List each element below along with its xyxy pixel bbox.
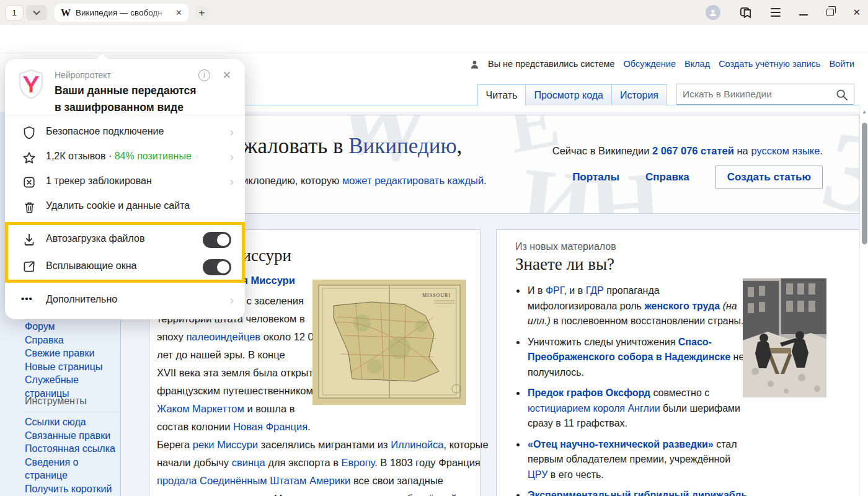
user-icon [470, 60, 479, 69]
popup-app-name: Нейропротект [55, 70, 111, 80]
sidebar-tool-link[interactable]: Постоянная ссылка [25, 442, 119, 456]
browser-tab-wikipedia[interactable]: W Википедия — свободн ✕ [55, 4, 188, 22]
chevron-right-icon: › [230, 150, 234, 164]
sidebar-tool-link[interactable]: Связанные правки [25, 429, 119, 443]
menu-icon[interactable] [771, 8, 781, 17]
scrollbar-thumb[interactable] [862, 123, 867, 244]
sidebar-link[interactable]: Форум [25, 320, 119, 334]
menu-item-reviews[interactable]: 1,2К отзывов · 84% позитивные › [5, 145, 245, 170]
tab-history[interactable]: История [611, 84, 667, 105]
portals-link[interactable]: Порталы [572, 171, 619, 184]
popups-toggle[interactable] [203, 259, 231, 275]
tab-read[interactable]: Читать [477, 84, 526, 106]
setting-auto-download: Автозагрузка файлов [8, 226, 242, 253]
download-icon [23, 233, 35, 246]
person-icon [709, 8, 717, 17]
dyk-item: И в ФРГ, и в ГДР пропаганда мифологизиро… [526, 283, 751, 329]
article-line: начали добычу свинца для экспорта в Евро… [157, 454, 476, 472]
divider [5, 115, 245, 115]
positive-percent: 84% позитивные [115, 151, 192, 161]
dyk-item: Уничтожить следы уничтожения Спасо-Преоб… [526, 335, 751, 381]
edit-anyone-link[interactable]: может редактировать каждый [342, 175, 484, 186]
wikipedia-favicon: W [61, 7, 71, 19]
minimize-button[interactable] [799, 14, 808, 16]
svg-text:MISSOURI: MISSOURI [422, 293, 451, 298]
sidebar-tool-link[interactable]: Ссылки сюда [25, 415, 119, 429]
menu-item-clear-cookies[interactable]: Удалить cookie и данные сайта [5, 195, 245, 219]
info-icon[interactable]: i [198, 69, 210, 81]
link-discussion[interactable]: Обсуждение [623, 59, 675, 69]
setting-popups: Всплывающие окна [8, 253, 242, 280]
menu-item-more[interactable]: ••• Дополнительно › [5, 288, 245, 313]
menu-item-label: Удалить cookie и данные сайта [46, 200, 190, 211]
menu-item-label: 1 трекер заблокирован [46, 175, 152, 187]
wiki-search-input[interactable] [676, 84, 854, 104]
missouri-map-image[interactable]: MISSOURI [312, 280, 466, 405]
dyk-title: Знаете ли вы? [515, 255, 614, 274]
sidebar-link[interactable]: Справка [25, 334, 119, 347]
popup-close-icon[interactable]: ✕ [223, 69, 231, 82]
ellipsis-icon: ••• [21, 293, 33, 304]
protect-popup: Нейропротект Ваши данные передаютсяв заш… [5, 59, 245, 319]
sidebar-nav: ФорумСправкаСвежие правкиНовые страницыС… [25, 320, 119, 400]
did-you-know-box: Из новых материалов Знаете ли вы? И в ФР… [496, 229, 862, 496]
sidebar-tool-link[interactable]: Получить короткий URL [25, 482, 119, 496]
tab-counter-button[interactable]: 1 [5, 5, 24, 20]
star-icon [22, 151, 36, 164]
side-panel-icon[interactable] [739, 6, 752, 19]
trash-icon [24, 201, 35, 214]
link-contributions[interactable]: Вклад [684, 59, 710, 69]
search-icon[interactable] [836, 89, 848, 101]
auto-download-toggle[interactable] [203, 232, 231, 248]
menu-item-label: 1,2К отзывов · 84% позитивные [46, 151, 192, 162]
personal-tools: Вы не представились системе Обсуждение В… [470, 59, 854, 69]
restore-window-button[interactable] [826, 9, 834, 16]
dyk-kicker: Из новых материалов [515, 241, 616, 252]
highlight-frame: Автозагрузка файлов Всплывающие окна [5, 222, 245, 283]
tab-close-icon[interactable]: ✕ [175, 8, 182, 17]
article-line: владения, и территория Миссури стала час… [157, 490, 476, 496]
popup-title: Ваши данные передаютсяв зашифрованном ви… [55, 82, 196, 116]
setting-label: Всплывающие окна [46, 260, 136, 272]
menu-item-secure-connection[interactable]: Безопасное подключение › [5, 120, 245, 145]
article-line: состав колонии Новая Франция. [157, 418, 476, 436]
sidebar-link[interactable]: Новые страницы [25, 360, 119, 374]
chevron-right-icon: › [230, 125, 234, 139]
browser-toolbar: Я https://ru.wikipedia.org/wiki/Заглавна… [0, 25, 868, 53]
dyk-item: Экспериментальный гибридный дирижабль (н… [526, 488, 751, 496]
page-tabs-row: Читать Просмотр кода История [478, 84, 855, 105]
help-link[interactable]: Справка [645, 171, 689, 184]
article-count-line: Сейчас в Википедии 2 067 076 статей на р… [552, 145, 823, 157]
tracker-blocked-icon [23, 176, 35, 188]
rubble-women-photo[interactable] [743, 278, 826, 397]
russian-language-link[interactable]: русском языке [751, 145, 820, 156]
wiki-search-box[interactable] [676, 84, 854, 105]
sidebar-tools-header: Инструменты [25, 396, 119, 412]
article-line: Берега реки Миссури заселялись мигрантам… [157, 436, 476, 454]
menu-item-label: Дополнительно [46, 294, 117, 305]
article-count[interactable]: 2 067 076 статей [652, 145, 734, 156]
window-titlebar: 1 W Википедия — свободн ✕ + ✕ [0, 0, 868, 25]
dyk-list: И в ФРГ, и в ГДР пропаганда мифологизиро… [526, 283, 751, 496]
link-login[interactable]: Войти [829, 59, 854, 69]
page-scrollbar[interactable]: ▲ [859, 107, 868, 496]
user-status: Вы не представились системе [488, 59, 615, 69]
link-create-account[interactable]: Создать учётную запись [719, 59, 820, 69]
menu-item-trackers[interactable]: 1 трекер заблокирован › [5, 170, 245, 195]
profile-avatar[interactable] [706, 5, 720, 20]
new-tab-button[interactable]: + [195, 6, 209, 20]
sidebar-tool-link[interactable]: Сведения о странице [25, 456, 119, 482]
close-window-button[interactable]: ✕ [852, 7, 861, 18]
create-article-button[interactable]: Создать статью [715, 166, 823, 189]
tab-list-dropdown-button[interactable] [26, 5, 47, 20]
neuroprotect-shield-icon [17, 69, 45, 100]
setting-label: Автозагрузка файлов [46, 233, 144, 244]
tab-view-source[interactable]: Просмотр кода [525, 84, 611, 105]
scroll-up-arrow[interactable]: ▲ [862, 109, 867, 115]
popup-header: Нейропротект Ваши данные передаютсяв заш… [5, 59, 245, 115]
dyk-item: «Отец научно-технической разведки» стал … [526, 437, 751, 483]
menu-item-label: Безопасное подключение [46, 126, 164, 137]
sidebar-tools-nav: Ссылки сюдаСвязанные правкиПостоянная сс… [25, 415, 119, 496]
wikipedia-link[interactable]: Википедию [348, 134, 456, 158]
sidebar-link[interactable]: Свежие правки [25, 347, 119, 360]
